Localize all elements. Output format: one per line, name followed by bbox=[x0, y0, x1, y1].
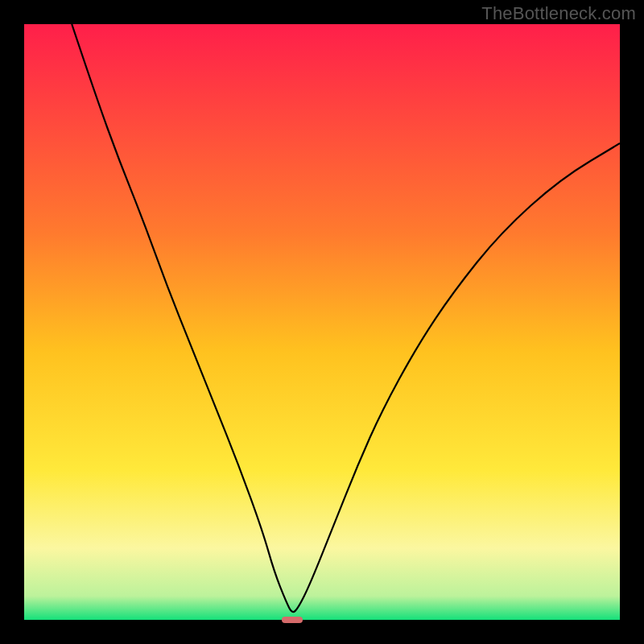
watermark-text: TheBottleneck.com bbox=[481, 3, 636, 24]
bottleneck-curve bbox=[24, 24, 620, 620]
optimal-point-marker bbox=[282, 617, 302, 624]
plot-area bbox=[24, 24, 620, 620]
chart-frame bbox=[24, 24, 620, 620]
